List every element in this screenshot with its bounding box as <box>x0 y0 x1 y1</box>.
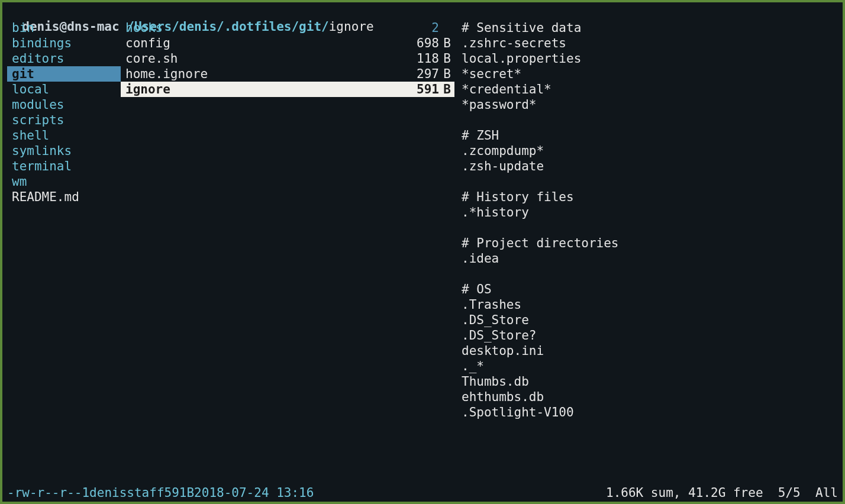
status-position: 5/5 <box>778 486 801 500</box>
status-sum: 1.66K sum, <box>606 486 680 500</box>
status-free: 41.2G free <box>688 486 763 500</box>
preview-line <box>462 112 838 128</box>
current-dir-item[interactable]: ignore591B <box>121 82 454 97</box>
parent-dir-item[interactable]: editors <box>7 51 121 66</box>
preview-line: .DS_Store <box>462 312 838 328</box>
parent-dir-item[interactable]: modules <box>7 97 121 112</box>
file-size: 118 <box>417 51 439 66</box>
preview-line: # ZSH <box>462 128 838 143</box>
parent-dir-item[interactable]: bin <box>7 20 121 35</box>
preview-line: .zcompdump* <box>462 143 838 159</box>
preview-line: desktop.ini <box>462 343 838 358</box>
preview-line: # OS <box>462 282 838 297</box>
preview-line: ._* <box>462 358 838 374</box>
preview-line: .*history <box>462 205 838 220</box>
preview-line: .zshrc-secrets <box>462 35 838 51</box>
current-dir-item[interactable]: core.sh118B <box>121 51 454 66</box>
status-size: 591B <box>165 485 195 500</box>
parent-dir-item[interactable]: bindings <box>7 35 121 51</box>
file-size-unit: B <box>443 82 451 97</box>
file-size-unit: B <box>443 51 451 66</box>
preview-column: # Sensitive data.zshrc-secretslocal.prop… <box>454 20 838 484</box>
parent-dir-item[interactable]: shell <box>7 128 121 143</box>
parent-dir-item[interactable]: README.md <box>7 189 121 205</box>
preview-line <box>462 174 838 189</box>
file-name: hooks <box>125 20 163 35</box>
current-dir-item[interactable]: home.ignore297B <box>121 66 454 82</box>
parent-dir-item[interactable]: symlinks <box>7 143 121 159</box>
preview-line: *credential* <box>462 82 838 97</box>
status-owner: denis <box>89 485 127 500</box>
current-dir-column[interactable]: hooks2config698Bcore.sh118Bhome.ignore29… <box>121 20 454 484</box>
file-name: home.ignore <box>125 66 208 82</box>
preview-line: .Spotlight-V100 <box>462 405 838 420</box>
preview-line <box>462 220 838 235</box>
file-size: 591 <box>417 82 439 97</box>
file-name: core.sh <box>125 51 178 66</box>
parent-dir-item[interactable]: git <box>7 66 121 82</box>
file-size-unit: B <box>443 66 451 82</box>
preview-line: local.properties <box>462 51 838 66</box>
preview-line: .zsh-update <box>462 159 838 174</box>
preview-line: .idea <box>462 251 838 266</box>
status-scroll: All <box>815 486 838 500</box>
preview-line: .DS_Store? <box>462 328 838 343</box>
status-date: 2018-07-24 13:16 <box>194 485 314 500</box>
preview-line: # Project directories <box>462 235 838 251</box>
preview-line: Thumbs.db <box>462 374 838 389</box>
current-dir-item[interactable]: config698B <box>121 35 454 51</box>
file-size: 698 <box>417 35 439 51</box>
status-group: staff <box>127 485 164 500</box>
parent-dir-item[interactable]: terminal <box>7 159 121 174</box>
file-size-unit: B <box>443 35 451 51</box>
file-browser: binbindingseditorsgitlocalmodulesscripts… <box>7 20 838 484</box>
status-bar: -rw-r--r-- 1 denis staff 591B 2018-07-24… <box>7 485 838 500</box>
file-size: 2 <box>431 20 439 35</box>
status-link-count: 1 <box>82 485 89 500</box>
preview-line <box>462 266 838 282</box>
parent-dir-item[interactable]: scripts <box>7 112 121 128</box>
preview-line: *password* <box>462 97 838 112</box>
file-size: 297 <box>417 66 439 82</box>
parent-dir-item[interactable]: wm <box>7 174 121 189</box>
preview-line: # History files <box>462 189 838 205</box>
parent-dir-column[interactable]: binbindingseditorsgitlocalmodulesscripts… <box>7 20 121 484</box>
parent-dir-item[interactable]: local <box>7 82 121 97</box>
preview-line: # Sensitive data <box>462 20 838 35</box>
status-permissions: -rw-r--r-- <box>7 485 82 500</box>
current-dir-item[interactable]: hooks2 <box>121 20 454 35</box>
file-name: ignore <box>125 82 170 97</box>
preview-line: ehthumbs.db <box>462 389 838 405</box>
preview-line: *secret* <box>462 66 838 82</box>
file-name: config <box>125 35 170 51</box>
preview-line: .Trashes <box>462 297 838 312</box>
